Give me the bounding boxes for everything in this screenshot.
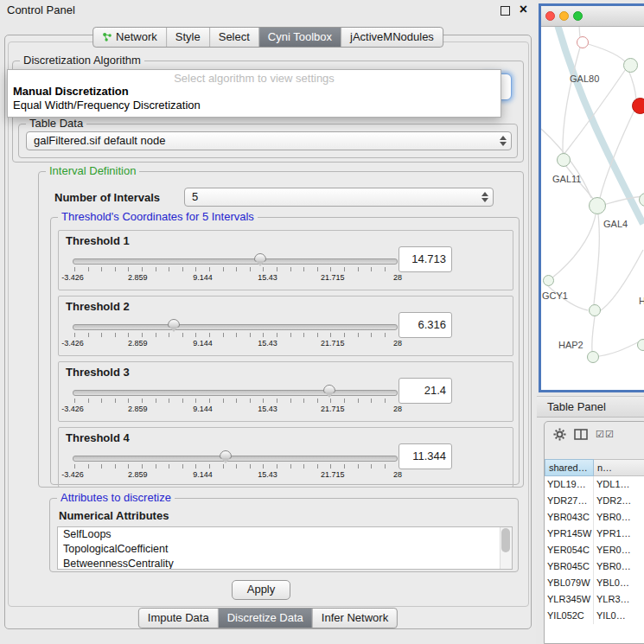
gear-icon[interactable] bbox=[553, 428, 566, 441]
list-item[interactable]: TopologicalCoefficient bbox=[58, 542, 512, 557]
tab-jactivemnodules[interactable]: jActiveMNodules bbox=[341, 28, 443, 47]
slider-thumb-cap bbox=[323, 385, 335, 393]
float-window-icon[interactable] bbox=[501, 6, 510, 16]
tick-label: -3.426 bbox=[61, 405, 84, 413]
tab-discretize-data[interactable]: Discretize Data bbox=[219, 609, 313, 628]
network-node[interactable] bbox=[637, 339, 644, 351]
algorithm-option-equal-width[interactable]: Equal Width/Frequency Discretization bbox=[8, 99, 501, 112]
table-row[interactable]: YBR043C YBR0… bbox=[545, 509, 644, 526]
list-item[interactable]: SelfLoops bbox=[58, 527, 512, 542]
zoom-traffic-light-icon[interactable] bbox=[573, 11, 583, 21]
algorithm-option-manual[interactable]: Manual Discretization bbox=[8, 85, 501, 99]
threshold-slider[interactable]: -3.4262.8599.14415.4321.71528 bbox=[73, 317, 398, 352]
table-panel-header[interactable]: Table Panel bbox=[537, 396, 644, 418]
cell-name: YBL0… bbox=[594, 575, 644, 591]
threshold-value-field[interactable]: 11.344 bbox=[399, 443, 452, 469]
threshold-slider[interactable]: -3.4262.8599.14415.4321.71528 bbox=[73, 252, 398, 286]
threshold-label: Threshold 3 bbox=[66, 366, 130, 379]
table-row[interactable]: YDL19… YDL1… bbox=[545, 476, 644, 493]
tick-label: 28 bbox=[393, 405, 402, 413]
network-node[interactable] bbox=[632, 98, 644, 114]
table-row[interactable]: YPR145W YPR1… bbox=[545, 526, 644, 542]
slider-track[interactable] bbox=[73, 456, 398, 462]
select-rows-icon[interactable]: ☑☑ bbox=[596, 429, 615, 440]
slider-thumb-cap bbox=[254, 253, 266, 262]
network-node[interactable] bbox=[587, 351, 599, 363]
table-header-row: shared… n… bbox=[545, 459, 644, 476]
tab-style[interactable]: Style bbox=[167, 28, 210, 47]
slider-tick-labels: -3.4262.8599.14415.4321.71528 bbox=[73, 273, 398, 284]
network-node[interactable] bbox=[543, 275, 554, 286]
slider-thumb[interactable] bbox=[323, 385, 335, 399]
slider-thumb[interactable] bbox=[220, 450, 232, 465]
tab-infer-network[interactable]: Infer Network bbox=[313, 609, 397, 628]
threshold-panel-2: Threshold 2 -3.4262.8599.14415.4321.7152… bbox=[58, 296, 513, 356]
list-scrollbar[interactable] bbox=[500, 527, 512, 569]
slider-ticks bbox=[74, 399, 396, 403]
network-node[interactable] bbox=[557, 153, 571, 167]
threshold-value-field[interactable]: 6.316 bbox=[399, 312, 452, 338]
network-node[interactable] bbox=[589, 197, 606, 214]
tick-label: 9.144 bbox=[193, 470, 213, 479]
slider-track[interactable] bbox=[73, 390, 398, 396]
threshold-label: Threshold 4 bbox=[66, 431, 130, 444]
scrollbar-thumb[interactable] bbox=[501, 528, 510, 552]
table-row[interactable]: YBL079W YBL0… bbox=[545, 575, 644, 591]
tab-label: Network bbox=[116, 30, 157, 43]
table-window: ☑☑ shared… n… YDL19… YDL1… YDR27… YDR2… … bbox=[544, 421, 644, 644]
table-row[interactable]: YBR045C YBR0… bbox=[545, 558, 644, 575]
tick-label: 15.43 bbox=[258, 339, 277, 348]
column-header-shared-name[interactable]: shared… bbox=[545, 459, 594, 476]
close-traffic-light-icon[interactable] bbox=[545, 11, 555, 21]
slider-thumb-cap bbox=[168, 319, 180, 328]
tick-label: 2.859 bbox=[128, 339, 148, 348]
slider-thumb[interactable] bbox=[168, 319, 180, 334]
network-node[interactable] bbox=[577, 36, 589, 48]
algorithm-dropdown-popup: Select algorithm to view settings Manual… bbox=[7, 69, 501, 118]
threshold-value-field[interactable]: 21.4 bbox=[399, 378, 452, 404]
bottom-tabbar: Impute Data Discretize Data Infer Networ… bbox=[138, 608, 398, 628]
minimize-traffic-light-icon[interactable] bbox=[559, 11, 569, 21]
table-row[interactable]: YLR345W YLR3… bbox=[545, 591, 644, 608]
tab-impute-data[interactable]: Impute Data bbox=[139, 609, 219, 628]
threshold-slider[interactable]: -3.4262.8599.14415.4321.71528 bbox=[73, 449, 398, 483]
close-window-icon[interactable]: × bbox=[520, 1, 527, 18]
tab-cyni-toolbox[interactable]: Cyni Toolbox bbox=[259, 28, 341, 47]
apply-button[interactable]: Apply bbox=[232, 580, 290, 600]
column-header-name[interactable]: n… bbox=[594, 459, 644, 476]
threshold-slider[interactable]: -3.4262.8599.14415.4321.71528 bbox=[73, 383, 398, 418]
tick-label: 21.715 bbox=[321, 273, 345, 282]
table-toolbar-gap bbox=[545, 446, 644, 459]
numerical-attributes-list[interactable]: SelfLoopsTopologicalCoefficientBetweenne… bbox=[57, 526, 513, 570]
network-view-window[interactable]: GAL80GAL11GAL4GCY1HHAP2 bbox=[539, 3, 644, 392]
table-row[interactable]: YER054C YER0… bbox=[545, 542, 644, 558]
network-tab-icon bbox=[102, 32, 112, 42]
tick-label: -3.426 bbox=[61, 273, 84, 282]
table-data-select[interactable]: galFiltered.sif default node bbox=[26, 131, 512, 150]
threshold-panel-4: Threshold 4 -3.4262.8599.14415.4321.7152… bbox=[58, 427, 513, 488]
network-canvas[interactable]: GAL80GAL11GAL4GCY1HHAP2 bbox=[541, 27, 644, 391]
tab-label: jActiveMNodules bbox=[350, 30, 434, 43]
number-of-intervals-select[interactable]: 5 bbox=[184, 188, 494, 207]
columns-icon[interactable] bbox=[574, 429, 588, 440]
table-row[interactable]: YDR27… YDR2… bbox=[545, 493, 644, 509]
network-node[interactable] bbox=[623, 58, 638, 73]
stepper-arrows-icon bbox=[479, 190, 491, 204]
network-node[interactable] bbox=[589, 304, 601, 316]
tab-label: Discretize Data bbox=[227, 611, 303, 624]
table-row[interactable]: YIL052C YIL0… bbox=[545, 608, 644, 624]
slider-track[interactable] bbox=[73, 258, 398, 265]
network-node-label: H bbox=[639, 296, 644, 306]
tab-select[interactable]: Select bbox=[210, 28, 259, 47]
threshold-label: Threshold 2 bbox=[66, 300, 130, 313]
tab-network[interactable]: Network bbox=[93, 28, 167, 47]
threshold-value-field[interactable]: 14.713 bbox=[399, 246, 452, 272]
cell-shared-name: YLR345W bbox=[545, 591, 594, 608]
list-item[interactable]: BetweennessCentrality bbox=[58, 557, 512, 570]
slider-thumb[interactable] bbox=[254, 253, 266, 268]
slider-track[interactable] bbox=[73, 324, 398, 330]
algorithm-option-placeholder[interactable]: Select algorithm to view settings bbox=[8, 70, 501, 85]
cell-name: YIL0… bbox=[594, 608, 644, 624]
group-title-thresholds: Threshold's Coordinates for 5 Intervals bbox=[58, 210, 258, 223]
group-title-table-data: Table Data bbox=[26, 117, 86, 130]
